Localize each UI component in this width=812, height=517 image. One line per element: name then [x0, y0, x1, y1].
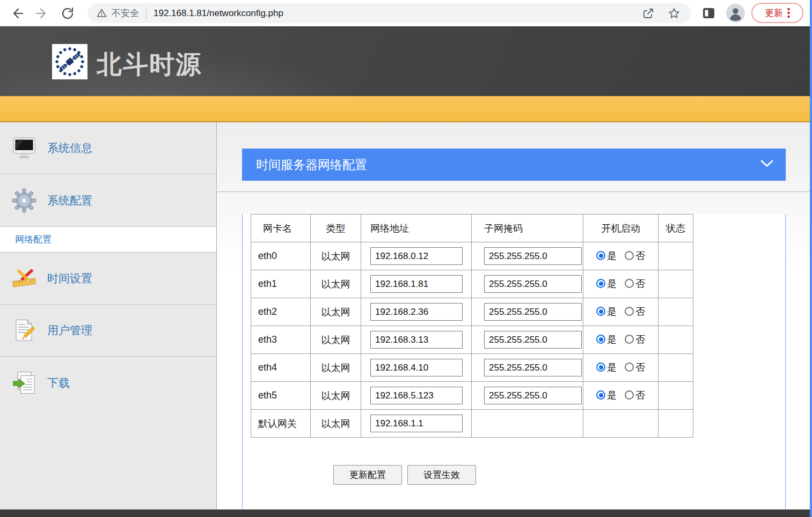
boot-yes-radio[interactable] — [596, 307, 605, 316]
table-row: eth0 以太网 是 否 — [251, 242, 693, 270]
nic-name: eth3 — [251, 326, 311, 354]
update-config-button[interactable]: 更新配置 — [333, 465, 402, 485]
subnet-mask-input[interactable] — [484, 275, 582, 293]
ip-address-input[interactable] — [370, 387, 463, 404]
boot-radio-group: 是 否 — [596, 389, 645, 402]
ip-address-input[interactable] — [370, 303, 463, 321]
table-row: eth3 以太网 是 否 — [251, 326, 693, 354]
panel-title: 时间服务器网络配置 — [256, 157, 367, 173]
reload-icon[interactable] — [61, 6, 75, 20]
subnet-mask-input[interactable] — [484, 247, 582, 265]
boot-yes-radio[interactable] — [596, 279, 605, 288]
action-buttons: 更新配置 设置生效 — [333, 465, 785, 485]
col-header-status: 状态 — [659, 215, 693, 242]
col-header-boot: 开机启动 — [583, 215, 659, 242]
nic-status — [659, 354, 693, 382]
nic-type: 以太网 — [311, 382, 361, 410]
nic-name: eth4 — [251, 354, 311, 382]
boot-no-radio[interactable] — [625, 279, 634, 288]
warning-icon — [96, 8, 107, 19]
profile-avatar[interactable] — [726, 4, 745, 23]
sidebar-item-network-config[interactable]: 网络配置 — [0, 226, 216, 253]
boot-yes-label: 是 — [607, 249, 617, 262]
chevron-down-icon[interactable] — [760, 159, 774, 168]
subnet-mask-input[interactable] — [484, 331, 582, 349]
nic-table: 网卡名 类型 网络地址 子网掩码 开机启动 状态 eth0 以太网 是 否 — [251, 214, 693, 438]
nic-type: 以太网 — [311, 270, 361, 298]
browser-update-label: 更新 — [765, 7, 783, 19]
boot-yes-radio[interactable] — [596, 363, 605, 372]
ip-address-input[interactable] — [370, 247, 463, 265]
nic-name: eth1 — [251, 270, 311, 298]
sidebar-item-system-config[interactable]: 系统配置 — [0, 174, 216, 226]
ip-address-input[interactable] — [370, 331, 463, 349]
nic-type: 以太网 — [311, 326, 361, 354]
download-files-icon — [12, 371, 36, 395]
panel-body: 网卡名 类型 网络地址 子网掩码 开机启动 状态 eth0 以太网 是 否 — [242, 214, 786, 517]
table-row: eth5 以太网 是 否 — [251, 382, 693, 410]
table-row: eth1 以太网 是 否 — [251, 270, 693, 298]
col-header-ip: 网络地址 — [361, 215, 472, 242]
sidebar-item-label: 系统配置 — [47, 193, 92, 208]
footer-strip — [0, 509, 812, 517]
boot-no-radio[interactable] — [625, 390, 634, 400]
browser-update-button[interactable]: 更新 — [751, 3, 803, 23]
subnet-mask-input[interactable] — [484, 359, 582, 376]
omnibox-divider — [146, 8, 147, 19]
panel-header[interactable]: 时间服务器网络配置 — [242, 149, 786, 181]
sidebar-item-label: 系统信息 — [47, 141, 92, 156]
nic-type: 以太网 — [311, 242, 361, 270]
sidebar-item-label: 下载 — [47, 375, 70, 390]
gear-icon — [12, 188, 36, 213]
boot-yes-radio[interactable] — [596, 251, 605, 260]
browser-window: 不安全 192.168.1.81/networkconfig.php — [0, 0, 812, 517]
ip-address-input[interactable] — [370, 359, 463, 376]
bookmark-star-icon[interactable] — [668, 7, 681, 20]
nic-type: 以太网 — [311, 298, 361, 326]
address-bar[interactable]: 不安全 192.168.1.81/networkconfig.php — [87, 3, 691, 23]
menu-dots-icon[interactable] — [787, 8, 790, 18]
subnet-mask-input[interactable] — [484, 303, 582, 321]
col-header-type: 类型 — [311, 215, 361, 242]
table-header-row: 网卡名 类型 网络地址 子网掩码 开机启动 状态 — [251, 215, 693, 242]
ip-address-input[interactable] — [370, 275, 463, 293]
accent-band — [0, 96, 812, 122]
boot-yes-label: 是 — [607, 305, 617, 318]
sidebar-item-system-info[interactable]: 系统信息 — [0, 122, 216, 174]
side-panel-icon[interactable] — [702, 7, 715, 19]
back-icon[interactable] — [11, 6, 25, 20]
nic-status — [659, 382, 693, 410]
table-row: eth2 以太网 是 否 — [251, 298, 693, 326]
nic-name: 默认网关 — [251, 410, 311, 438]
sidebar-item-download[interactable]: 下载 — [0, 357, 216, 409]
main-content: 时间服务器网络配置 网卡名 类型 网络地址 — [217, 122, 812, 509]
boot-no-radio[interactable] — [625, 251, 634, 260]
boot-radio-group: 是 否 — [596, 333, 645, 346]
boot-no-radio[interactable] — [625, 307, 634, 316]
sidebar-item-user-management[interactable]: 用户管理 — [0, 305, 216, 357]
boot-radio-group: 是 否 — [596, 361, 645, 374]
document-pencil-icon — [12, 318, 36, 343]
boot-no-label: 否 — [635, 305, 645, 318]
forward-icon[interactable] — [34, 6, 48, 20]
apply-settings-button[interactable]: 设置生效 — [407, 465, 476, 485]
nic-name: eth5 — [251, 382, 311, 410]
nic-name: eth2 — [251, 298, 311, 326]
boot-radio-group: 是 否 — [596, 305, 645, 318]
share-icon[interactable] — [642, 7, 655, 20]
nic-type: 以太网 — [311, 410, 361, 438]
pencil-ruler-icon — [12, 266, 36, 291]
sidebar-nav: 系统信息 系统配置 网络配置 — [0, 122, 217, 509]
boot-yes-radio[interactable] — [596, 335, 605, 344]
sidebar-item-time-settings[interactable]: 时间设置 — [0, 253, 216, 305]
nic-status — [659, 242, 693, 270]
boot-no-radio[interactable] — [625, 363, 634, 372]
subnet-mask-input[interactable] — [484, 387, 582, 404]
sidebar-item-label: 时间设置 — [47, 271, 92, 286]
boot-no-radio[interactable] — [625, 335, 634, 344]
boot-yes-radio[interactable] — [596, 390, 605, 400]
nic-status — [659, 298, 693, 326]
ip-address-input[interactable] — [370, 415, 463, 432]
boot-yes-label: 是 — [607, 277, 617, 290]
satellite-logo — [52, 44, 87, 79]
